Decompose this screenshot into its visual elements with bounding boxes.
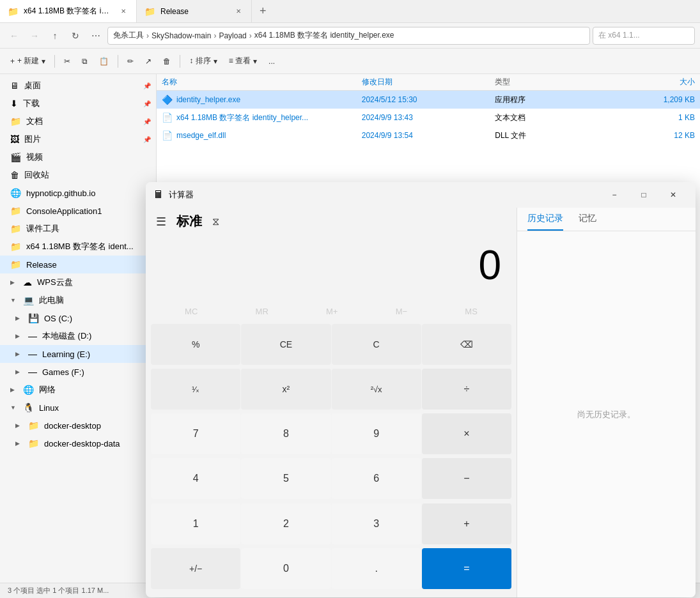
sidebar-item-videos[interactable]: 🎬 视频	[0, 148, 156, 166]
col-header-size[interactable]: 大小	[628, 77, 695, 88]
cut-button[interactable]: ✂	[59, 54, 75, 68]
calc-btn-0[interactable]: 0	[241, 548, 331, 589]
calc-btn-percent[interactable]: %	[151, 324, 240, 365]
calc-history-icon[interactable]: ⧖	[212, 216, 219, 227]
calc-btn-3[interactable]: 3	[332, 503, 421, 544]
calc-btn-divide[interactable]: ÷	[422, 369, 511, 410]
sidebar-item-release[interactable]: 📁 Release	[0, 256, 156, 273]
calc-btn-subtract[interactable]: −	[422, 458, 511, 499]
calc-btn-equals[interactable]: =	[422, 548, 511, 589]
sidebar-item-d-drive[interactable]: ▶ — 本地磁盘 (D:)	[0, 327, 156, 345]
calc-btn-negate[interactable]: +/−	[151, 548, 240, 589]
tab-active[interactable]: 📁 x64 1.18MB 数字签名 identity_h... ✕	[0, 0, 137, 22]
sidebar-item-downloads[interactable]: ⬇ 下载 📌	[0, 95, 156, 112]
sidebar-item-mypc[interactable]: ▼ 💻 此电脑	[0, 291, 156, 309]
col-header-type[interactable]: 类型	[495, 77, 628, 88]
sidebar-item-pictures[interactable]: 🖼 图片 📌	[0, 130, 156, 148]
share-icon: ↗	[145, 57, 152, 66]
calc-btn-multiply[interactable]: ×	[422, 413, 511, 454]
sidebar-item-c-drive[interactable]: ▶ 💾 OS (C:)	[0, 309, 156, 327]
calc-btn-2[interactable]: 2	[241, 503, 331, 544]
new-button[interactable]: + + 新建 ▾	[5, 53, 51, 69]
calc-maximize-button[interactable]: □	[629, 185, 658, 205]
calc-buttons-grid: % CE C ⌫ ¹⁄ₓ x² ²√x ÷ 7 8 9 × 4 5 6 −	[146, 324, 517, 597]
file-row-exe[interactable]: 🔷 identity_helper.exe 2024/5/12 15:30 应用…	[157, 91, 700, 109]
sidebar-item-recycle[interactable]: 🗑 回收站	[0, 166, 156, 184]
calc-btn-decimal[interactable]: .	[332, 548, 421, 589]
calc-btn-backspace[interactable]: ⌫	[422, 324, 511, 365]
calc-btn-8[interactable]: 8	[241, 413, 331, 454]
forward-button[interactable]: →	[26, 27, 43, 45]
calc-mplus-button[interactable]: M+	[321, 304, 343, 319]
sidebar-item-console[interactable]: 📁 ConsoleApplication1	[0, 202, 156, 220]
calc-mminus-button[interactable]: M−	[391, 304, 412, 319]
calc-btn-6[interactable]: 6	[332, 458, 421, 499]
sidebar-item-wps[interactable]: ▶ ☁ WPS云盘	[0, 273, 156, 291]
tab-close-active[interactable]: ✕	[118, 6, 128, 17]
calc-btn-1[interactable]: 1	[151, 503, 240, 544]
sidebar-item-docker-desktop-data[interactable]: ▶ 📁 docker-desktop-data	[0, 434, 156, 452]
search-box[interactable]: 在 x64 1.1...	[593, 27, 695, 45]
path-part-2[interactable]: SkyShadow-main	[152, 31, 211, 40]
exe-file-size: 1,209 KB	[628, 95, 695, 104]
calc-btn-ce[interactable]: CE	[241, 324, 331, 365]
d-drive-icon: —	[28, 331, 37, 341]
path-part-3[interactable]: Payload	[219, 31, 246, 40]
back-button[interactable]: ←	[5, 27, 23, 45]
calc-btn-9[interactable]: 9	[332, 413, 421, 454]
tab-close-release[interactable]: ✕	[233, 6, 244, 17]
calc-btn-5[interactable]: 5	[241, 458, 331, 499]
calc-close-button[interactable]: ✕	[658, 185, 688, 205]
sidebar-item-docker-desktop[interactable]: ▶ 📁 docker-desktop	[0, 417, 156, 434]
sidebar-item-tools[interactable]: 📁 课件工具	[0, 220, 156, 238]
calc-btn-c[interactable]: C	[332, 324, 421, 365]
calc-mr-button[interactable]: MR	[251, 304, 274, 319]
tools-folder-icon: 📁	[10, 224, 21, 234]
file-row-dll[interactable]: 📄 msedge_elf.dll 2024/9/9 13:54 DLL 文件 1…	[157, 126, 700, 144]
calc-tab-history[interactable]: 历史记录	[527, 213, 563, 231]
col-header-date[interactable]: 修改日期	[362, 77, 495, 88]
sidebar-item-linux[interactable]: ▼ 🐧 Linux	[0, 399, 156, 417]
sort-button[interactable]: ↕ 排序 ▾	[184, 53, 222, 69]
dll-file-date: 2024/9/9 13:54	[362, 131, 495, 140]
calc-btn-reciprocal[interactable]: ¹⁄ₓ	[151, 369, 240, 410]
new-dropdown-icon: ▾	[42, 57, 45, 66]
title-bar: 📁 x64 1.18MB 数字签名 identity_h... ✕ 📁 Rele…	[0, 0, 700, 23]
sidebar-item-documents[interactable]: 📁 文档 📌	[0, 112, 156, 130]
calc-mc-button[interactable]: MC	[180, 304, 203, 319]
col-header-name[interactable]: 名称	[162, 77, 362, 88]
search-placeholder: 在 x64 1.1...	[598, 30, 640, 41]
sidebar-item-github[interactable]: 🌐 hypnoticp.github.io	[0, 184, 156, 202]
sidebar-item-f-drive[interactable]: ▶ — Games (F:)	[0, 363, 156, 381]
calc-tab-memory[interactable]: 记忆	[579, 213, 596, 231]
sidebar-item-e-drive[interactable]: ▶ — Learning (E:)	[0, 345, 156, 363]
linux-expand-icon: ▼	[10, 404, 18, 411]
calc-btn-square[interactable]: x²	[241, 369, 331, 410]
rename-button[interactable]: ✏	[122, 54, 139, 68]
path-part-4[interactable]: x64 1.18MB 数字签名 identity_helper.exe	[254, 30, 394, 41]
calc-btn-4[interactable]: 4	[151, 458, 240, 499]
calc-btn-7[interactable]: 7	[151, 413, 240, 454]
delete-button[interactable]: 🗑	[158, 54, 176, 68]
sidebar-item-x64[interactable]: 📁 x64 1.18MB 数字签名 ident...	[0, 238, 156, 256]
refresh-button[interactable]: ↻	[66, 27, 84, 45]
calc-menu-icon[interactable]: ☰	[156, 215, 166, 229]
address-path[interactable]: 免杀工具 › SkyShadow-main › Payload › x64 1.…	[107, 27, 590, 45]
view-button[interactable]: ≡ 查看 ▾	[224, 53, 262, 69]
tab-release[interactable]: 📁 Release ✕	[137, 0, 252, 22]
path-part-1[interactable]: 免杀工具	[113, 30, 144, 41]
paste-button[interactable]: 📋	[94, 54, 114, 68]
share-button[interactable]: ↗	[140, 54, 157, 68]
up-button[interactable]: ↑	[46, 27, 64, 45]
calc-ms-button[interactable]: MS	[460, 304, 483, 319]
calc-minimize-button[interactable]: −	[600, 185, 629, 205]
file-row-txt[interactable]: 📄 x64 1.18MB 数字签名 identity_helper... 202…	[157, 109, 700, 126]
more-nav-button[interactable]: ⋯	[87, 27, 105, 45]
sidebar-item-network[interactable]: ▶ 🌐 网络	[0, 381, 156, 399]
copy-button[interactable]: ⧉	[77, 54, 93, 68]
calc-btn-sqrt[interactable]: ²√x	[332, 369, 421, 410]
calc-btn-add[interactable]: +	[422, 503, 511, 544]
new-tab-button[interactable]: +	[252, 0, 274, 22]
more-toolbar-button[interactable]: ...	[263, 54, 280, 68]
sidebar-item-desktop[interactable]: 🖥 桌面 📌	[0, 77, 156, 95]
